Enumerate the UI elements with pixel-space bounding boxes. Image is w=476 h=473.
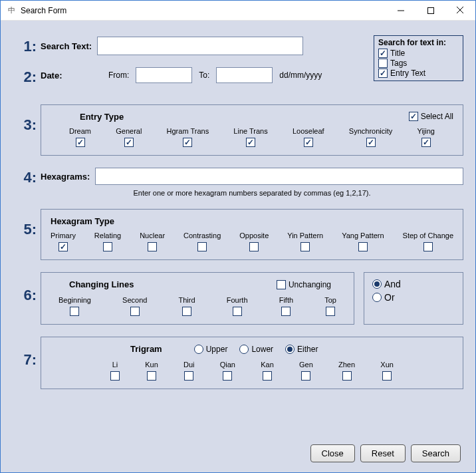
trigram-label-1: Kun: [145, 361, 158, 369]
entry-type-label-2: Hgram Trans: [167, 127, 209, 135]
checkbox-entry-dream[interactable]: [76, 138, 85, 147]
checkbox-tags[interactable]: [378, 59, 388, 68]
checkbox-hextype-contrasting[interactable]: [197, 242, 207, 251]
checkbox-unchanging[interactable]: [277, 280, 286, 289]
checkbox-entry-line-trans[interactable]: [246, 138, 255, 147]
changing-lines-group: Changing Lines Unchanging Beginning Seco…: [41, 272, 354, 325]
hextype-label-5: Yin Pattern: [287, 232, 323, 239]
line-label-3: Fourth: [227, 296, 248, 304]
radio-upper-label: Upper: [206, 345, 228, 354]
entry-type-group: Entry Type Select All Dream General Hgra…: [41, 104, 463, 156]
entry-type-title: Entry Type: [80, 112, 453, 122]
search-in-header: Search for text in:: [378, 38, 459, 47]
hexagrams-input[interactable]: [95, 168, 463, 185]
checkbox-hextype-yin-pattern[interactable]: [300, 242, 310, 251]
radio-either[interactable]: [285, 345, 295, 354]
radio-lower[interactable]: [239, 345, 249, 354]
radio-upper[interactable]: [194, 345, 203, 354]
checkbox-title[interactable]: [378, 49, 388, 58]
checkbox-entry-synchronicity[interactable]: [366, 138, 376, 147]
hextype-label-6: Yang Pattern: [342, 232, 384, 239]
hextype-label-4: Opposite: [239, 232, 269, 239]
row-number-6: 6:: [13, 272, 41, 304]
checkbox-trigram-dui[interactable]: [184, 371, 193, 381]
checkbox-tags-label: Tags: [390, 59, 407, 68]
checkbox-trigram-li[interactable]: [110, 371, 120, 381]
trigram-label-3: Qian: [220, 361, 235, 369]
radio-and[interactable]: [372, 279, 382, 289]
search-button[interactable]: Search: [411, 444, 461, 462]
row-number-5: 5:: [13, 209, 41, 238]
checkbox-trigram-kun[interactable]: [147, 371, 156, 381]
line-label-4: Fifth: [279, 296, 293, 304]
checkbox-line-second[interactable]: [130, 307, 140, 316]
row-number-4: 4:: [13, 168, 41, 186]
checkbox-hextype-yang-pattern[interactable]: [358, 242, 368, 251]
trigram-label-7: Xun: [380, 361, 394, 369]
svg-rect-1: [427, 7, 433, 13]
hextype-label-7: Step of Change: [403, 232, 453, 239]
checkbox-line-top[interactable]: [326, 307, 335, 316]
checkbox-line-fifth[interactable]: [281, 307, 291, 316]
date-to-input[interactable]: [216, 67, 273, 83]
entry-type-label-3: Line Trans: [233, 127, 267, 135]
trigram-group: Trigram Upper Lower Either Li Kun Dui Qi…: [41, 337, 463, 389]
date-from-input[interactable]: [136, 67, 192, 83]
titlebar: 中 Search Form: [1, 1, 475, 21]
entry-type-label-5: Synchronicity: [349, 127, 392, 135]
checkbox-hextype-step-of-change[interactable]: [423, 242, 433, 251]
checkbox-line-beginning[interactable]: [70, 307, 79, 316]
checkbox-trigram-zhen[interactable]: [342, 371, 352, 381]
entry-type-label-6: Yijing: [417, 127, 435, 135]
checkbox-hextype-nuclear[interactable]: [148, 242, 157, 251]
checkbox-trigram-gen[interactable]: [301, 371, 310, 381]
close-button[interactable]: Close: [310, 444, 355, 462]
radio-either-label: Either: [297, 345, 318, 354]
trigram-title: Trigram: [130, 344, 162, 354]
checkbox-entry-looseleaf[interactable]: [304, 138, 313, 147]
radio-or[interactable]: [372, 293, 382, 302]
reset-button[interactable]: Reset: [360, 444, 406, 462]
checkbox-entry-general[interactable]: [124, 138, 134, 147]
checkbox-line-fourth[interactable]: [233, 307, 242, 316]
checkbox-entry-hgram-trans[interactable]: [183, 138, 192, 147]
line-label-1: Second: [122, 296, 147, 304]
entry-type-label-0: Dream: [69, 127, 91, 135]
checkbox-hextype-primary[interactable]: [59, 242, 68, 251]
search-text-label: Search Text:: [41, 41, 92, 51]
checkbox-trigram-kan[interactable]: [263, 371, 272, 381]
row-number-1: 1:: [13, 37, 41, 55]
changing-lines-title: Changing Lines: [69, 279, 134, 289]
date-to-label: To:: [199, 71, 209, 80]
line-label-0: Beginning: [59, 296, 91, 304]
checkbox-hextype-relating[interactable]: [103, 242, 112, 251]
maximize-button[interactable]: [416, 1, 445, 20]
checkbox-title-label: Title: [390, 49, 405, 58]
checkbox-trigram-xun[interactable]: [382, 371, 392, 381]
entry-type-label-1: General: [116, 127, 142, 135]
checkbox-trigram-qian[interactable]: [223, 371, 232, 381]
row-number-7: 7:: [13, 337, 41, 369]
checkbox-line-third[interactable]: [182, 307, 191, 316]
close-window-button[interactable]: [445, 1, 475, 20]
hextype-label-1: Relating: [94, 232, 121, 239]
hexagrams-label: Hexagrams:: [41, 172, 90, 182]
minimize-button[interactable]: [386, 1, 416, 20]
date-format-hint: dd/mm/yyyy: [279, 71, 322, 80]
form-content: 1: Search Text: Search for text in: Titl…: [1, 21, 475, 473]
checkbox-hextype-opposite[interactable]: [249, 242, 259, 251]
entry-type-label-4: Looseleaf: [293, 127, 324, 135]
trigram-label-0: Li: [112, 361, 118, 369]
row-number-2: 2:: [13, 67, 41, 86]
hexagram-type-title: Hexagram Type: [51, 216, 453, 226]
date-from-label: From:: [108, 71, 129, 80]
trigram-label-5: Gen: [299, 361, 313, 369]
hexagrams-hint: Enter one or more hexagram numbers separ…: [41, 189, 463, 197]
search-text-input[interactable]: [97, 37, 303, 55]
app-icon: 中: [6, 5, 17, 16]
date-label: Date:: [41, 71, 102, 80]
checkbox-select-all[interactable]: [409, 112, 418, 121]
line-label-2: Third: [179, 296, 195, 304]
hextype-label-2: Nuclear: [140, 232, 165, 239]
checkbox-entry-yijing[interactable]: [421, 138, 431, 147]
